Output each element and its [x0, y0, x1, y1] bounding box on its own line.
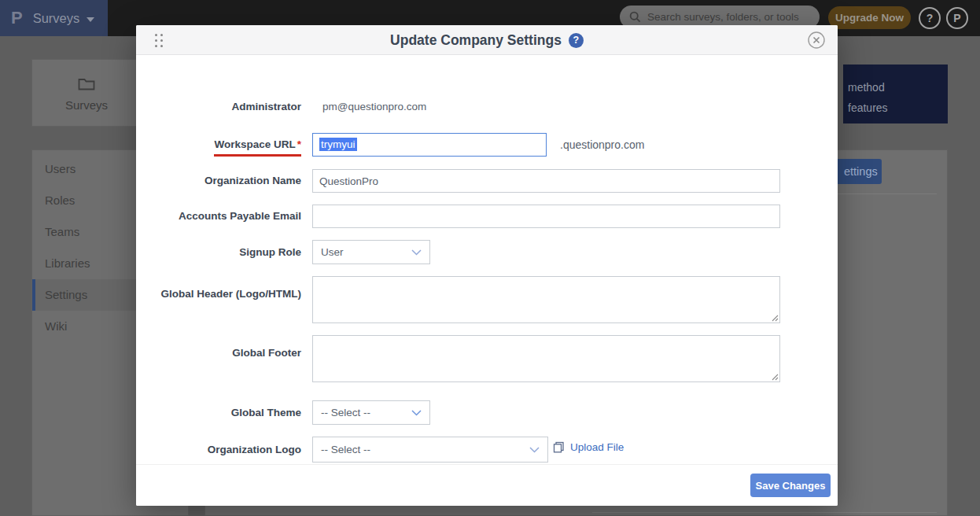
product-label: Surveys [33, 11, 80, 26]
organization-logo-select[interactable]: -- Select -- [312, 437, 548, 463]
promo-card: method features [843, 64, 948, 123]
workspace-url-suffix: .questionpro.com [560, 138, 644, 151]
global-footer-textarea[interactable] [312, 335, 780, 382]
signup-role-label: Signup Role [155, 246, 301, 258]
workspace-url-input[interactable]: trymyui [312, 133, 547, 157]
upload-file-control[interactable]: Upload File [553, 441, 624, 453]
global-theme-select[interactable]: -- Select -- [312, 400, 430, 425]
administrator-label: Administrator [155, 101, 301, 112]
chevron-down-icon [87, 17, 94, 22]
resize-handle-icon[interactable] [770, 313, 779, 322]
search-placeholder: Search surveys, folders, or tools [647, 11, 799, 23]
surveys-tab-card[interactable]: Surveys [31, 59, 142, 127]
app-root: P Surveys Search surveys, folders, or to… [0, 0, 980, 516]
product-menu[interactable]: P Surveys [0, 0, 108, 36]
upgrade-now-button[interactable]: Upgrade Now [828, 6, 911, 29]
workspace-url-selected-text: trymyui [319, 138, 357, 151]
promo-line: method [848, 77, 948, 98]
organization-name-label: Organization Name [155, 175, 301, 186]
background-settings-button-label: ettings [844, 159, 878, 184]
chevron-down-icon [529, 447, 540, 453]
divider [592, 512, 937, 513]
signup-role-value: User [321, 246, 344, 258]
accounts-payable-email-label: Accounts Payable Email [155, 210, 301, 222]
global-theme-value: -- Select -- [321, 407, 370, 418]
chevron-down-icon [411, 410, 422, 416]
global-header-label: Global Header (Logo/HTML) [155, 288, 301, 300]
surveys-tab-label: Surveys [32, 98, 141, 112]
search-icon [629, 11, 641, 23]
close-icon[interactable] [808, 31, 825, 49]
global-theme-label: Global Theme [155, 407, 301, 418]
upload-file-icon [553, 441, 565, 453]
accounts-payable-email-input[interactable] [312, 205, 780, 228]
global-footer-label: Global Footer [155, 347, 301, 359]
modal-footer: Save Changes [136, 464, 838, 506]
promo-line: features [848, 98, 948, 118]
modal-help-icon[interactable]: ? [569, 33, 584, 48]
questionpro-logo-icon: P [11, 8, 23, 28]
organization-name-input[interactable] [312, 169, 780, 193]
modal-header: Update Company Settings ? [136, 25, 838, 55]
required-asterisk: * [297, 138, 301, 150]
signup-role-select[interactable]: User [312, 240, 430, 264]
organization-logo-label: Organization Logo [155, 444, 301, 455]
administrator-value: pm@questionpro.com [322, 101, 426, 112]
chevron-down-icon [411, 249, 422, 256]
resize-handle-icon[interactable] [770, 372, 779, 381]
upload-file-link[interactable]: Upload File [570, 441, 624, 453]
modal-title: Update Company Settings [390, 32, 562, 49]
folder-icon [78, 77, 95, 90]
profile-button[interactable]: P [946, 7, 968, 29]
organization-logo-value: -- Select -- [321, 444, 370, 455]
help-button[interactable]: ? [919, 7, 941, 29]
global-header-textarea[interactable] [312, 276, 780, 323]
workspace-url-label: Workspace URL* [155, 138, 301, 157]
update-company-settings-modal: Update Company Settings ? Administrator … [136, 25, 838, 506]
save-changes-button[interactable]: Save Changes [750, 474, 831, 497]
